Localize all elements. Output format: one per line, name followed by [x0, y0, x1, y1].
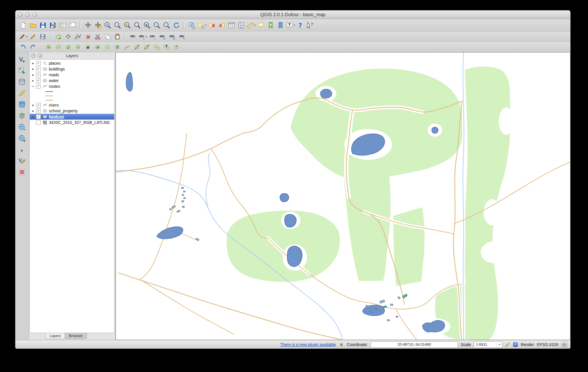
save-layer-edits-button[interactable] — [38, 32, 48, 41]
zoom-full-button[interactable]: ◆ — [122, 21, 132, 30]
new-shapefile-layer-button[interactable] — [17, 156, 27, 166]
merge-features-button[interactable] — [152, 42, 162, 52]
render-checkbox[interactable]: ✓ — [513, 342, 518, 347]
new-print-composer-button[interactable] — [58, 21, 67, 30]
help-contents-button[interactable]: ? — [295, 21, 305, 30]
expand-arrow-icon[interactable]: ▶ — [31, 62, 35, 65]
add-wfs-layer-button[interactable]: V — [17, 133, 27, 143]
open-project-button[interactable] — [28, 21, 38, 30]
layer-visibility-checkbox[interactable]: ✓ — [36, 72, 41, 77]
labeling-options-button[interactable]: abc — [128, 32, 138, 41]
layer-item-school_property[interactable]: ▶✓school_property — [30, 108, 114, 114]
expand-arrow-icon[interactable]: ▶ — [31, 68, 35, 70]
zoom-last-button[interactable]: ‹ — [152, 21, 162, 30]
plugin-icon[interactable] — [339, 342, 344, 347]
map-canvas[interactable] — [116, 52, 570, 340]
composer-manager-button[interactable] — [67, 21, 77, 30]
layer-item-places[interactable]: ▶✓places — [30, 60, 114, 66]
expand-arrow-icon[interactable]: ▶ — [31, 74, 35, 76]
identify-features-button[interactable]: i — [187, 21, 197, 30]
select-by-expression-button[interactable]: ε — [217, 21, 226, 30]
layer-item-water[interactable]: ▶✓water — [30, 78, 114, 83]
layer-visibility-checkbox[interactable]: ✓ — [36, 67, 41, 71]
add-wcs-layer-button[interactable]: + — [17, 122, 27, 132]
add-delimited-text-layer-button[interactable]: , — [17, 145, 27, 155]
save-project-as-button[interactable] — [48, 21, 58, 30]
dropdown-arrow-icon[interactable]: ▾ — [497, 343, 502, 346]
layer-item-routes[interactable]: ▼✓routes — [30, 83, 114, 89]
delete-selected-button[interactable] — [83, 32, 93, 41]
layer-visibility-checkbox[interactable]: ✓ — [36, 109, 41, 113]
tab-layers[interactable]: Layers — [46, 333, 65, 339]
show-bookmarks-button[interactable] — [275, 21, 285, 30]
collapse-arrow-icon[interactable]: ▼ — [31, 85, 35, 88]
rotate-label-button[interactable]: abc↻ — [167, 32, 177, 41]
merge-attributes-button[interactable]: A — [162, 42, 171, 52]
rotate-point-symbols-button[interactable]: * — [171, 42, 181, 52]
zoom-in-button[interactable]: + — [103, 21, 112, 30]
add-vector-layer-button[interactable] — [17, 55, 27, 64]
offset-curve-button[interactable] — [122, 42, 132, 52]
title-bar[interactable]: QGIS 2.0.1-Dufour - basic_map — [15, 10, 570, 19]
move-label-button[interactable]: abc↔ — [158, 32, 167, 41]
add-mssql-layer-button[interactable] — [17, 100, 27, 109]
add-part-button[interactable]: + — [73, 42, 83, 52]
simplify-feature-button[interactable]: ~ — [53, 42, 63, 52]
pin-labels-button[interactable]: abc+▾ — [138, 32, 148, 41]
highlight-pinned-labels-button[interactable]: abc□ — [148, 32, 158, 41]
zoom-to-selection-button[interactable]: □ — [132, 21, 142, 30]
coordinate-input[interactable] — [371, 341, 458, 348]
scale-combobox[interactable]: 1:6911 ▾ — [474, 341, 502, 348]
layer-visibility-checkbox[interactable]: ✓ — [36, 78, 41, 83]
map-pen-icon[interactable] — [505, 342, 510, 347]
tab-browser[interactable]: Browser — [65, 333, 87, 339]
pan-map-to-selection-button[interactable] — [93, 21, 103, 30]
plugin-update-link[interactable]: There is a new plugin available — [280, 342, 336, 347]
crs-status-button[interactable] — [561, 341, 567, 348]
layer-item-roads[interactable]: ▶✓roads — [30, 72, 114, 78]
refresh-map-button[interactable] — [171, 21, 181, 30]
zoom-out-button[interactable]: - — [112, 21, 122, 30]
change-label-properties-button[interactable]: abc✎ — [177, 32, 187, 41]
fill-ring-button[interactable]: ● — [83, 42, 93, 52]
reshape-features-button[interactable]: Z — [112, 42, 122, 52]
current-edits-button[interactable]: ▾ — [18, 32, 28, 41]
add-feature-button[interactable] — [53, 32, 63, 41]
layer-item-rivers[interactable]: ▶✓rivers — [30, 102, 114, 108]
add-ring-button[interactable]: ◎ — [63, 42, 73, 52]
open-attribute-table-button[interactable] — [226, 21, 236, 30]
split-features-button[interactable] — [132, 42, 142, 52]
layer-visibility-checkbox[interactable]: ✓ — [36, 114, 41, 119]
layer-visibility-checkbox[interactable]: ✓ — [36, 84, 41, 89]
layer-item-buildings[interactable]: ▶✓buildings — [30, 66, 114, 72]
add-wms-layer-button[interactable] — [17, 111, 27, 121]
new-bookmark-button[interactable] — [266, 21, 275, 30]
whats-this-button[interactable]: ? — [305, 21, 315, 30]
expand-arrow-icon[interactable]: ▶ — [31, 116, 35, 118]
toggle-editing-button[interactable] — [28, 32, 38, 41]
layer-visibility-checkbox[interactable] — [36, 120, 41, 125]
zoom-next-button[interactable]: › — [162, 21, 171, 30]
rotate-feature-button[interactable]: ↻ — [44, 42, 53, 52]
move-feature-button[interactable] — [63, 32, 73, 41]
expand-arrow-icon[interactable]: ▶ — [31, 110, 35, 112]
layer-item-3420C_2010_327_RGB_LATLNG[interactable]: 3420C_2010_327_RGB_LATLNG — [30, 120, 114, 125]
map-tips-button[interactable] — [256, 21, 266, 30]
delete-part-button[interactable]: - — [103, 42, 112, 52]
measure-line-button[interactable]: ▾ — [246, 21, 256, 30]
layer-item-landuse[interactable]: ▶✓landuse — [30, 114, 114, 120]
layer-visibility-checkbox[interactable]: ✓ — [36, 103, 41, 107]
field-calculator-button[interactable] — [236, 21, 246, 30]
zoom-to-layer-button[interactable]: ▪ — [142, 21, 152, 30]
copy-features-button[interactable] — [103, 32, 112, 41]
layer-visibility-checkbox[interactable]: ✓ — [36, 61, 41, 66]
delete-ring-button[interactable]: ø — [93, 42, 103, 52]
new-project-button[interactable] — [18, 21, 28, 30]
split-parts-button[interactable] — [142, 42, 152, 52]
add-spatialite-layer-button[interactable] — [17, 88, 27, 98]
expand-arrow-icon[interactable]: ▶ — [31, 104, 35, 107]
redo-button[interactable] — [28, 42, 38, 52]
undo-button[interactable] — [18, 42, 28, 52]
deselect-all-button[interactable] — [207, 21, 217, 30]
text-annotation-button[interactable]: T▾ — [285, 21, 295, 30]
